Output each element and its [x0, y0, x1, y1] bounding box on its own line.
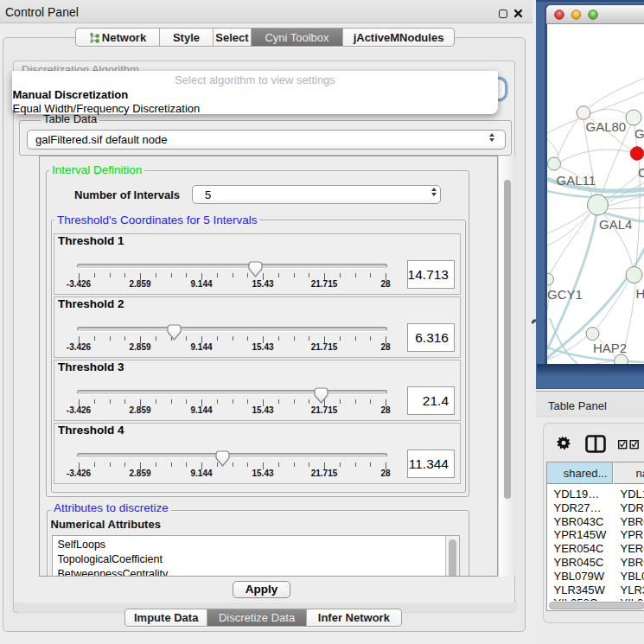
svg-text:G.: G.	[634, 126, 644, 141]
svg-text:C: C	[638, 165, 644, 180]
svg-text:GAL80: GAL80	[585, 119, 626, 134]
svg-text:GAL4: GAL4	[599, 217, 632, 232]
svg-text:GAL11: GAL11	[556, 173, 596, 188]
svg-text:H: H	[635, 286, 644, 301]
svg-text:GCY1: GCY1	[547, 287, 583, 302]
svg-text:HAP2: HAP2	[593, 341, 627, 355]
